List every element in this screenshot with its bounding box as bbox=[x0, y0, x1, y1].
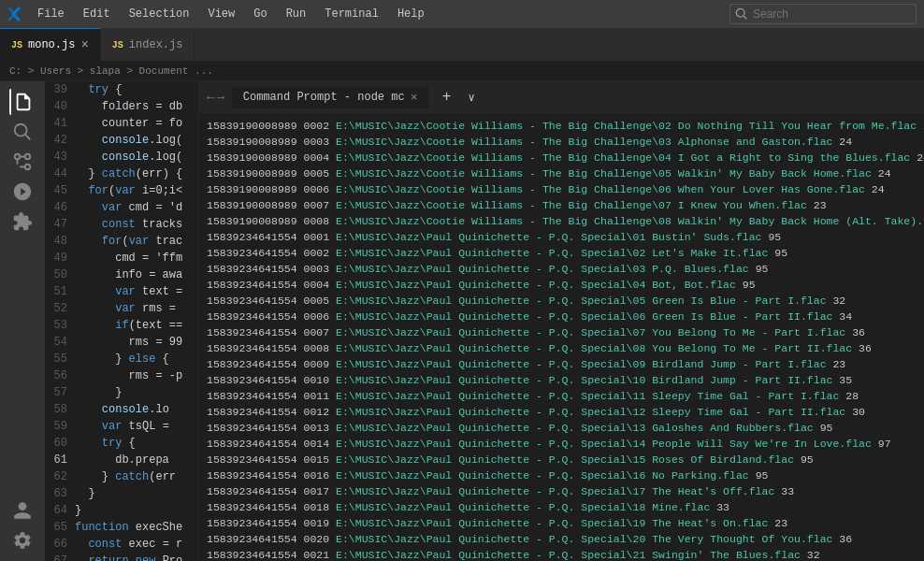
code-line: try { bbox=[75, 435, 195, 452]
code-line: function execShe bbox=[75, 519, 195, 536]
code-line: db.prepa bbox=[75, 452, 195, 468]
terminal-line: 15839234641554 0015 E:\MUSIC\Jazz\Paul Q… bbox=[207, 452, 917, 468]
code-line: } else { bbox=[75, 351, 195, 367]
terminal-line: 15839234641554 0021 E:\MUSIC\Jazz\Paul Q… bbox=[207, 547, 917, 561]
activity-settings[interactable] bbox=[9, 527, 36, 554]
tab-index-js[interactable]: JS index.js bbox=[101, 28, 195, 61]
terminal-line: 15839234641554 0012 E:\MUSIC\Jazz\Paul Q… bbox=[207, 404, 917, 420]
activity-account[interactable] bbox=[9, 497, 36, 524]
menu-edit[interactable]: Edit bbox=[76, 6, 118, 22]
terminal-line: 15839234641554 0007 E:\MUSIC\Jazz\Paul Q… bbox=[207, 324, 917, 340]
terminal-tab-close[interactable]: × bbox=[411, 91, 418, 105]
code-line: var cmd = 'd bbox=[75, 199, 195, 216]
tab-index-js-label: index.js bbox=[129, 38, 183, 51]
terminal-line: 15839234641554 0018 E:\MUSIC\Jazz\Paul Q… bbox=[207, 499, 917, 515]
code-line: } catch(err bbox=[75, 468, 195, 485]
menu-help[interactable]: Help bbox=[390, 6, 432, 22]
terminal-line: 15839234641554 0010 E:\MUSIC\Jazz\Paul Q… bbox=[207, 372, 917, 388]
terminal-line: 15839234641554 0006 E:\MUSIC\Jazz\Paul Q… bbox=[207, 309, 917, 324]
search-input[interactable] bbox=[729, 4, 917, 24]
menu-terminal[interactable]: Terminal bbox=[317, 6, 386, 22]
terminal-line: 15839190008989 0002 E:\MUSIC\Jazz\Cootie… bbox=[207, 118, 917, 134]
line-numbers: 3940414243444546474849505152535455565758… bbox=[45, 81, 75, 561]
nav-arrows: ← → bbox=[207, 90, 224, 105]
nav-back[interactable]: ← bbox=[207, 90, 214, 105]
code-line: try { bbox=[75, 81, 195, 98]
app-icon bbox=[7, 7, 22, 22]
code-lines[interactable]: try { folders = db counter = fo console.… bbox=[75, 81, 198, 561]
terminal-line: 15839234641554 0017 E:\MUSIC\Jazz\Paul Q… bbox=[207, 483, 917, 499]
code-line: return new Pro bbox=[75, 553, 195, 561]
activity-git[interactable] bbox=[9, 149, 36, 175]
terminal-line: 15839234641554 0014 E:\MUSIC\Jazz\Paul Q… bbox=[207, 436, 917, 452]
terminal-line: 15839234641554 0011 E:\MUSIC\Jazz\Paul Q… bbox=[207, 388, 917, 404]
svg-point-0 bbox=[736, 8, 744, 17]
terminal-line: 15839190008989 0006 E:\MUSIC\Jazz\Cootie… bbox=[207, 181, 917, 197]
code-line: for(var trac bbox=[75, 233, 195, 250]
menu-file[interactable]: File bbox=[30, 6, 72, 22]
menu-selection[interactable]: Selection bbox=[122, 6, 197, 22]
activity-search[interactable] bbox=[9, 119, 36, 145]
terminal-line: 15839234641554 0002 E:\MUSIC\Jazz\Paul Q… bbox=[207, 245, 917, 261]
terminal-tab-cmd[interactable]: Command Prompt - node mc × bbox=[232, 87, 429, 108]
code-line: rms = -p bbox=[75, 367, 195, 384]
editor-tab-bar: JS mono.js × JS index.js bbox=[0, 28, 924, 61]
code-content: 3940414243444546474849505152535455565758… bbox=[45, 81, 198, 561]
code-line: const tracks bbox=[75, 216, 195, 233]
code-line: console.lo bbox=[75, 401, 195, 418]
svg-line-3 bbox=[25, 135, 30, 139]
terminal-tab-bar: ← → Command Prompt - node mc × + ∨ bbox=[199, 81, 924, 114]
terminal-pane: ← → Command Prompt - node mc × + ∨ 15839… bbox=[199, 81, 924, 561]
menu-go[interactable]: Go bbox=[246, 6, 274, 22]
terminal-line: 15839234641554 0019 E:\MUSIC\Jazz\Paul Q… bbox=[207, 515, 917, 531]
breadcrumb: C: > Users > slapa > Document ... bbox=[0, 61, 924, 81]
code-line: var tsQL = bbox=[75, 418, 195, 435]
code-line: var rms = bbox=[75, 300, 195, 317]
terminal-line: 15839190008989 0007 E:\MUSIC\Jazz\Cootie… bbox=[207, 197, 917, 213]
breadcrumb-path: C: > Users > slapa > Document ... bbox=[9, 65, 213, 77]
search-icon bbox=[735, 7, 748, 21]
code-line: } bbox=[75, 502, 195, 519]
code-line: console.log( bbox=[75, 132, 195, 149]
menu-bar: File Edit Selection View Go Run Terminal… bbox=[0, 0, 924, 28]
code-pane: 3940414243444546474849505152535455565758… bbox=[45, 81, 199, 561]
activity-files[interactable] bbox=[9, 89, 36, 115]
svg-line-1 bbox=[744, 16, 746, 19]
terminal-content[interactable]: 15839190008989 0002 E:\MUSIC\Jazz\Cootie… bbox=[199, 114, 924, 561]
code-line: folders = db bbox=[75, 98, 195, 115]
code-line: var text = bbox=[75, 283, 195, 300]
activity-extensions[interactable] bbox=[9, 209, 36, 235]
svg-point-2 bbox=[15, 124, 27, 137]
terminal-line: 15839234641554 0004 E:\MUSIC\Jazz\Paul Q… bbox=[207, 277, 917, 293]
js-icon-index: JS bbox=[112, 40, 123, 50]
menu-view[interactable]: View bbox=[200, 6, 242, 22]
terminal-line: 15839190008989 0005 E:\MUSIC\Jazz\Cootie… bbox=[207, 165, 917, 181]
terminal-line: 15839234641554 0008 E:\MUSIC\Jazz\Paul Q… bbox=[207, 340, 917, 356]
code-line: const exec = r bbox=[75, 536, 195, 553]
menu-bar-left: File Edit Selection View Go Run Terminal… bbox=[7, 6, 432, 22]
terminal-line: 15839234641554 0005 E:\MUSIC\Jazz\Paul Q… bbox=[207, 293, 917, 309]
terminal-line: 15839234641554 0003 E:\MUSIC\Jazz\Paul Q… bbox=[207, 261, 917, 277]
svg-point-6 bbox=[25, 154, 31, 160]
svg-point-4 bbox=[15, 154, 21, 160]
terminal-line: 15839190008989 0008 E:\MUSIC\Jazz\Cootie… bbox=[207, 213, 917, 229]
terminal-more-button[interactable]: ∨ bbox=[464, 89, 478, 107]
tab-mono-js[interactable]: JS mono.js × bbox=[0, 28, 101, 61]
main-layout: 3940414243444546474849505152535455565758… bbox=[0, 81, 924, 561]
tab-mono-js-close[interactable]: × bbox=[80, 38, 88, 51]
terminal-line: 15839234641554 0016 E:\MUSIC\Jazz\Paul Q… bbox=[207, 468, 917, 483]
code-line: counter = fo bbox=[75, 115, 195, 132]
terminal-add-button[interactable]: + bbox=[436, 87, 456, 108]
nav-forward[interactable]: → bbox=[216, 90, 224, 105]
code-line: } bbox=[75, 384, 195, 401]
js-icon-mono: JS bbox=[11, 40, 22, 50]
code-line: } catch(err) { bbox=[75, 165, 195, 182]
code-line: info = awa bbox=[75, 266, 195, 283]
terminal-line: 15839234641554 0013 E:\MUSIC\Jazz\Paul Q… bbox=[207, 420, 917, 436]
editor-area: 3940414243444546474849505152535455565758… bbox=[45, 81, 924, 561]
code-line: console.log( bbox=[75, 149, 195, 165]
activity-debug[interactable] bbox=[9, 179, 36, 205]
menu-run[interactable]: Run bbox=[279, 6, 314, 22]
svg-point-5 bbox=[25, 165, 31, 170]
terminal-line: 15839190008989 0004 E:\MUSIC\Jazz\Cootie… bbox=[207, 150, 917, 165]
